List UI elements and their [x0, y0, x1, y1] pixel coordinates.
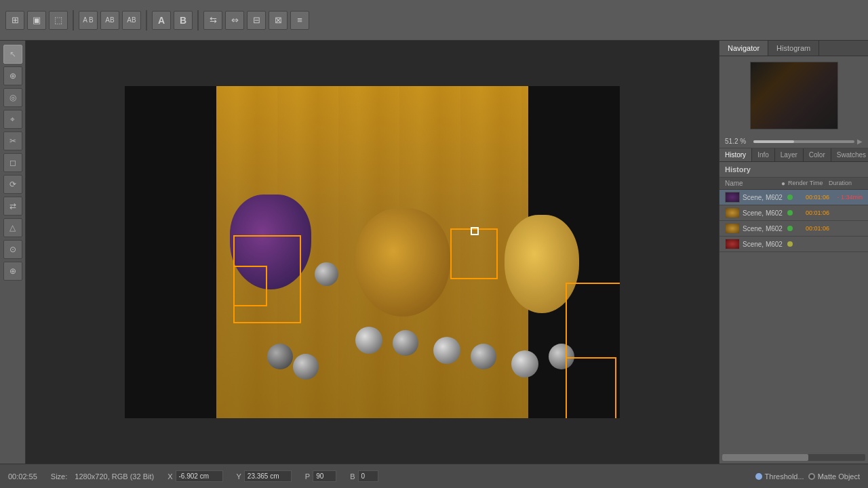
tool-rect[interactable]: ◻	[3, 153, 22, 172]
top-toolbar: ⊞ ▣ ⬚ A B AB AB A B ⇆ ⇔ ⊟ ⊠ ≡	[0, 0, 868, 41]
main-layout: ↖ ⊕ ◎ ⌖ ✂ ◻ ⟳ ⇄ △ ⊙ ⊕	[0, 41, 868, 464]
status-p: P	[305, 470, 336, 482]
status-time: 00:02:55	[8, 472, 37, 481]
toolbar-icon-12[interactable]: ⊠	[269, 11, 288, 30]
toolbar-icon-11[interactable]: ⊟	[247, 11, 266, 30]
render-canvas	[125, 86, 620, 418]
hist-render-2: 00:01:06	[795, 225, 829, 232]
y-input[interactable]	[244, 470, 292, 482]
tab-info[interactable]: Info	[752, 148, 775, 161]
canvas-area[interactable]	[26, 41, 719, 464]
hist-time-0: - 1:34min	[832, 194, 863, 201]
tool-triangle[interactable]: △	[3, 218, 22, 237]
hist-dot-0	[787, 195, 793, 200]
bunny-purple	[230, 195, 311, 289]
tab-history[interactable]: History	[719, 148, 752, 161]
toolbar-icon-3[interactable]: ⬚	[49, 11, 68, 30]
sphere-9	[293, 354, 319, 380]
toolbar-sep-3	[197, 10, 199, 30]
history-row-2[interactable]: Scene, M602 00:01:06	[719, 221, 868, 237]
status-size: Size: 1280x720, RGB (32 Bit)	[51, 472, 154, 481]
tab-swatches[interactable]: Swatches	[831, 148, 868, 161]
toolbar-icon-7[interactable]: A	[152, 11, 171, 30]
x-label: X	[167, 472, 172, 481]
tool-add[interactable]: ⊕	[3, 262, 22, 281]
tab-histogram[interactable]: Histogram	[768, 41, 819, 56]
toolbar-sep-2	[146, 10, 147, 30]
y-label: Y	[237, 472, 241, 481]
sphere-4	[433, 337, 460, 364]
bunny-gold-center	[355, 208, 450, 317]
black-bar-left	[125, 86, 216, 418]
history-tabs: History Info Layer Color Swatches	[719, 148, 868, 162]
navigator-thumbnail	[750, 62, 838, 129]
hist-name-2: Scene, M602	[743, 225, 785, 232]
zoom-bar: 51.2 % ▶	[719, 135, 868, 148]
toolbar-icon-1[interactable]: ⊞	[5, 11, 24, 30]
sphere-6	[511, 350, 538, 378]
sphere-5	[471, 344, 496, 369]
col-render: Render Time	[788, 180, 829, 187]
toolbar-icon-2[interactable]: ▣	[27, 11, 46, 30]
hist-thumb-2	[725, 223, 740, 234]
threshold-section: Threshold... Matte Object	[755, 472, 860, 481]
left-sidebar: ↖ ⊕ ◎ ⌖ ✂ ◻ ⟳ ⇄ △ ⊙ ⊕	[0, 41, 26, 464]
col-duration: Duration	[829, 180, 863, 187]
radio-matte-dot	[808, 473, 815, 480]
tab-layer[interactable]: Layer	[775, 148, 804, 161]
hist-dot-3	[787, 241, 793, 247]
matte-label: Matte Object	[818, 472, 860, 481]
tool-rotate[interactable]: ⟳	[3, 175, 22, 194]
p-input[interactable]	[313, 470, 336, 482]
col-dot: ●	[778, 180, 788, 187]
tool-swap[interactable]: ⇄	[3, 197, 22, 216]
tool-crop[interactable]: ◎	[3, 88, 22, 107]
tab-navigator[interactable]: Navigator	[719, 41, 768, 56]
panel-scrollbar[interactable]	[722, 454, 865, 461]
sphere-2	[355, 327, 382, 354]
radio-threshold[interactable]: Threshold...	[755, 472, 804, 481]
sphere-3	[393, 330, 418, 356]
hist-thumb-1	[725, 207, 740, 218]
tool-select[interactable]: ↖	[3, 45, 22, 64]
status-bar: 00:02:55 Size: 1280x720, RGB (32 Bit) X …	[0, 464, 868, 488]
tab-color[interactable]: Color	[804, 148, 831, 161]
history-panel: History Name ● Render Time Duration Scen…	[719, 162, 868, 451]
x-input[interactable]	[176, 470, 223, 482]
status-x: X	[167, 470, 222, 482]
toolbar-icon-6[interactable]: AB	[122, 11, 141, 30]
status-b: B	[350, 470, 378, 482]
toolbar-icon-5[interactable]: AB	[100, 11, 119, 30]
p-label: P	[305, 472, 310, 481]
navigator-tabs: Navigator Histogram	[719, 41, 868, 56]
status-y: Y	[237, 470, 292, 482]
tool-transform[interactable]: ✂	[3, 131, 22, 150]
radio-threshold-dot	[755, 473, 762, 480]
radio-matte[interactable]: Matte Object	[808, 472, 860, 481]
hist-dot-2	[787, 226, 793, 231]
threshold-label: Threshold...	[765, 472, 804, 481]
history-title: History	[719, 162, 868, 178]
zoom-slider[interactable]	[753, 140, 854, 143]
toolbar-icon-13[interactable]: ≡	[290, 11, 309, 30]
history-row-3[interactable]: Scene, M602	[719, 237, 868, 252]
history-table-header: Name ● Render Time Duration	[719, 178, 868, 190]
toolbar-icon-10[interactable]: ⇔	[225, 11, 244, 30]
history-row-1[interactable]: Scene, M602 00:01:06	[719, 205, 868, 221]
hist-render-1: 00:01:06	[795, 209, 829, 216]
toolbar-icon-8[interactable]: B	[174, 11, 193, 30]
bunny-gold-right	[505, 215, 579, 313]
navigator-thumb-inner	[751, 62, 837, 129]
tool-circle[interactable]: ⊙	[3, 240, 22, 259]
history-row-0[interactable]: Scene, M602 00:01:06 - 1:34min	[719, 190, 868, 205]
hist-name-3: Scene, M602	[743, 241, 785, 248]
hist-name-1: Scene, M602	[743, 209, 785, 217]
tool-pan[interactable]: ⌖	[3, 110, 22, 129]
toolbar-icon-4[interactable]: A B	[79, 11, 98, 30]
b-label: B	[350, 472, 355, 481]
size-value: 1280x720, RGB (32 Bit)	[75, 472, 154, 481]
toolbar-icon-9[interactable]: ⇆	[203, 11, 222, 30]
tool-zoom[interactable]: ⊕	[3, 66, 22, 85]
b-input[interactable]	[358, 470, 378, 482]
hist-thumb-0	[725, 192, 740, 203]
